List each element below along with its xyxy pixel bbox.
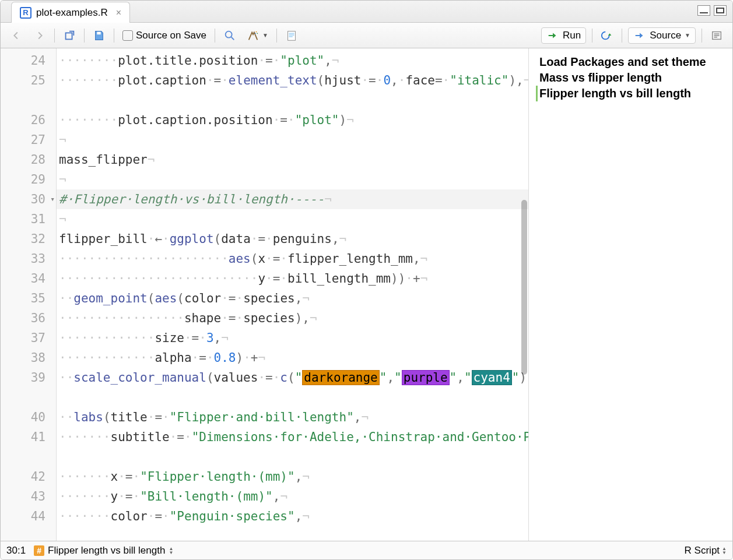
code-line[interactable]: ·······subtitle·=·"Dimensions·for·Adelie… (57, 427, 528, 467)
line-number[interactable]: 32 (1, 229, 56, 249)
line-number[interactable]: 29 (1, 170, 56, 189)
outline-item[interactable]: Mass vs flipper length (536, 70, 725, 86)
minimize-pane-button[interactable] (697, 5, 710, 16)
code-line[interactable]: ·······················aes(x·=·flipper_l… (57, 249, 528, 269)
line-number[interactable]: 30 (1, 189, 56, 209)
section-header-line[interactable]: #·Flipper·length·vs·bill·length·----¬ (57, 189, 528, 209)
svg-point-2 (226, 31, 232, 37)
line-number[interactable]: 24 (1, 51, 56, 71)
source-on-save-toggle[interactable]: Source on Save (120, 29, 209, 43)
section-jump-menu[interactable]: # Flipper length vs bill length ▲▼ (34, 545, 173, 557)
tab-bar: R plot-examples.R × (1, 1, 732, 23)
code-line[interactable]: flipper_bill·←·ggplot(data·=·penguins,¬ (57, 229, 528, 249)
language-selector[interactable]: R Script ▲▼ (685, 545, 727, 557)
scroll-thumb[interactable] (521, 200, 527, 375)
language-label: R Script (685, 545, 720, 557)
svg-rect-1 (97, 31, 100, 34)
r-file-icon: R (20, 7, 31, 19)
code-line[interactable]: ········plot.caption·=·element_text(hjus… (57, 71, 528, 110)
file-tab-label: plot-examples.R (36, 7, 108, 19)
run-button[interactable]: Run (541, 27, 586, 44)
show-in-new-window-button[interactable] (61, 28, 78, 43)
vertical-scrollbar[interactable] (521, 48, 527, 541)
line-number[interactable]: 43 (1, 487, 56, 506)
code-line[interactable]: mass_flipper¬ (57, 150, 528, 170)
nav-forward-button[interactable] (31, 28, 48, 43)
code-line[interactable]: ·······x·=·"Flipper·length·(mm)",¬ (57, 467, 528, 487)
line-number[interactable]: 26 (1, 110, 56, 130)
source-button-label: Source (650, 30, 681, 41)
line-number[interactable]: 41 (1, 427, 56, 467)
code-line[interactable]: ········plot.title.position·=·"plot",¬ (57, 51, 528, 71)
code-line[interactable]: ··labs(title·=·"Flipper·and·bill·length"… (57, 407, 528, 427)
source-on-save-label: Source on Save (136, 30, 206, 41)
editor-main: 2425262728293031323334353637383940414243… (1, 48, 732, 541)
editor-toolbar: Source on Save ▼ Run Source ▼ (1, 23, 732, 48)
line-number[interactable]: 37 (1, 328, 56, 348)
code-line[interactable]: ·······y·=·"Bill·length·(mm)",¬ (57, 487, 528, 506)
svg-point-4 (257, 33, 258, 34)
code-line[interactable]: ········plot.caption.position·=·"plot")¬ (57, 110, 528, 130)
close-tab-icon[interactable]: × (116, 8, 121, 18)
line-number[interactable]: 42 (1, 467, 56, 487)
save-button[interactable] (90, 28, 108, 43)
line-number[interactable]: 39 (1, 368, 56, 407)
code-area[interactable]: ········plot.title.position·=·"plot",¬··… (57, 48, 528, 541)
code-line[interactable]: ··geom_point(aes(color·=·species,¬ (57, 288, 528, 308)
compile-report-button[interactable] (283, 28, 300, 43)
rerun-button[interactable] (598, 28, 616, 43)
source-on-save-checkbox[interactable] (122, 30, 133, 41)
svg-rect-0 (66, 33, 72, 39)
document-outline: Load Packages and set themeMass vs flipp… (528, 48, 732, 541)
status-bar: 30:1 # Flipper length vs bill length ▲▼ … (1, 541, 732, 559)
code-line[interactable]: ··scale_color_manual(values·=·c("darkora… (57, 368, 528, 407)
line-number-gutter[interactable]: 2425262728293031323334353637383940414243… (1, 48, 57, 541)
code-tools-button[interactable]: ▼ (244, 28, 271, 43)
updown-icon: ▲▼ (722, 547, 727, 555)
source-icon (633, 29, 646, 42)
section-jump-label: Flipper length vs bill length (48, 545, 165, 557)
line-number[interactable]: 38 (1, 348, 56, 368)
code-line[interactable]: ¬ (57, 209, 528, 229)
code-line[interactable]: ···························y·=·bill_leng… (57, 269, 528, 288)
code-line[interactable]: ·············size·=·3,¬ (57, 328, 528, 348)
svg-point-3 (256, 31, 257, 32)
window-controls (697, 5, 727, 16)
line-number[interactable]: 44 (1, 506, 56, 526)
line-number[interactable]: 34 (1, 269, 56, 288)
code-line[interactable]: ·······color·=·"Penguin·species",¬ (57, 506, 528, 526)
svg-rect-6 (287, 31, 295, 40)
svg-point-5 (255, 33, 256, 34)
line-number[interactable]: 36 (1, 308, 56, 328)
line-number[interactable]: 27 (1, 130, 56, 150)
section-hash-icon: # (34, 545, 44, 556)
run-icon (546, 29, 559, 42)
file-tab[interactable]: R plot-examples.R × (11, 2, 130, 23)
source-button[interactable]: Source ▼ (628, 27, 696, 44)
updown-icon: ▲▼ (169, 547, 173, 555)
outline-toggle-button[interactable] (708, 28, 725, 43)
line-number[interactable]: 31 (1, 209, 56, 229)
code-line[interactable]: ·············alpha·=·0.8)·+¬ (57, 348, 528, 368)
run-button-label: Run (563, 30, 581, 41)
nav-back-button[interactable] (8, 28, 25, 43)
code-line[interactable]: ¬ (57, 170, 528, 189)
cursor-position[interactable]: 30:1 (6, 545, 26, 557)
code-line[interactable]: ·················shape·=·species),¬ (57, 308, 528, 328)
source-dropdown-caret[interactable]: ▼ (685, 32, 690, 38)
line-number[interactable]: 28 (1, 150, 56, 170)
outline-item[interactable]: Load Packages and set theme (536, 54, 725, 70)
code-editor[interactable]: 2425262728293031323334353637383940414243… (1, 48, 528, 541)
line-number[interactable]: 40 (1, 407, 56, 427)
code-line[interactable]: ¬ (57, 130, 528, 150)
line-number[interactable]: 35 (1, 288, 56, 308)
outline-item[interactable]: Flipper length vs bill length (536, 86, 725, 101)
line-number[interactable]: 33 (1, 249, 56, 269)
line-number[interactable]: 25 (1, 71, 56, 110)
find-replace-button[interactable] (221, 28, 239, 43)
maximize-pane-button[interactable] (714, 5, 727, 16)
